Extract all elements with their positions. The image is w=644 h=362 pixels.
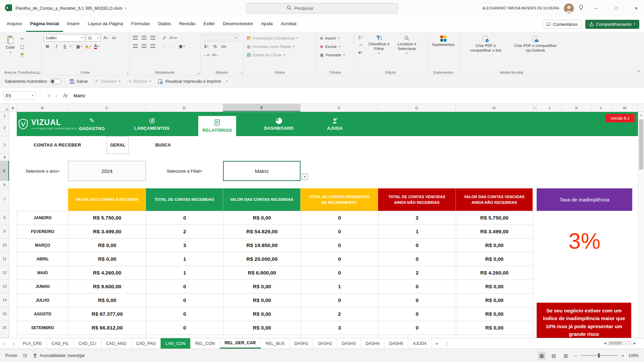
value-cell[interactable]: 3: [146, 239, 223, 252]
align-center-button[interactable]: [140, 43, 148, 50]
sheet-nav-right-button[interactable]: ›: [9, 338, 18, 349]
value-cell[interactable]: 3: [301, 321, 378, 335]
value-cell[interactable]: R$ 0,00: [68, 294, 146, 307]
sheet-tab-pla-cre[interactable]: PLA_CRE: [18, 338, 47, 349]
delinquency-rate-value[interactable]: 3%: [537, 221, 632, 261]
value-cell[interactable]: R$ 0,00: [456, 294, 533, 307]
value-cell[interactable]: -: [378, 335, 456, 338]
row-header-14[interactable]: 14: [0, 293, 9, 307]
row-header-9[interactable]: 9: [0, 225, 9, 238]
decrease-decimal-button[interactable]: .00→: [211, 51, 219, 58]
zoom-slider[interactable]: [581, 355, 618, 356]
nav-relatorios[interactable]: RELATÓRIOS: [198, 116, 236, 136]
dialog-launcher-icon[interactable]: ◢: [126, 72, 128, 74]
scroll-left-icon[interactable]: ◀: [604, 342, 606, 345]
tab-formulas[interactable]: Fórmulas: [127, 16, 154, 32]
insert-cells-button[interactable]: ⊕Inserir▾: [319, 34, 341, 42]
scroll-up-icon[interactable]: ▲: [638, 112, 644, 118]
month-cell[interactable]: [17, 335, 68, 338]
value-cell[interactable]: 1: [301, 280, 378, 294]
row-header-5[interactable]: 5: [0, 161, 9, 181]
table-header[interactable]: TOTAL DE CONTAS PENDENTES DE RECEBIMENTO: [301, 188, 378, 211]
value-cell[interactable]: R$ 5.750,00: [456, 211, 533, 225]
align-left-button[interactable]: [131, 43, 139, 50]
month-cell[interactable]: MAIO: [17, 266, 68, 280]
value-cell[interactable]: 0: [146, 280, 223, 294]
value-cell[interactable]: 0: [378, 307, 456, 321]
thousands-button[interactable]: 000: [220, 43, 227, 50]
column-header-l[interactable]: L: [591, 104, 612, 112]
zoom-slider-thumb[interactable]: [598, 353, 600, 358]
undo-button[interactable]: ↶Desfazer▾: [93, 78, 122, 85]
sheet-tabs-more-button[interactable]: ⋮: [442, 338, 452, 349]
value-cell[interactable]: R$ 4.260,00: [456, 266, 533, 280]
horizontal-scrollbar[interactable]: ◀ ▶: [604, 341, 636, 345]
value-cell[interactable]: 0: [146, 211, 223, 225]
value-cell[interactable]: R$ 0,00: [456, 239, 533, 252]
column-header-d[interactable]: D: [146, 104, 223, 112]
sheet-tab-cad-pag[interactable]: CAD_PAG: [131, 338, 161, 349]
font-size-select[interactable]: 11▾: [86, 34, 101, 42]
enter-icon[interactable]: ✓: [53, 91, 61, 100]
user-name[interactable]: ALEXSANDRO TABOSA MENDES DE OLIVEIRA: [482, 6, 559, 10]
sheet-tab-ajuda[interactable]: AJUDA: [408, 338, 432, 349]
month-cell[interactable]: JULHO: [17, 294, 68, 307]
year-select-value[interactable]: 2024: [68, 161, 146, 181]
value-cell[interactable]: 0: [146, 307, 223, 321]
horizontal-scroll-track[interactable]: [607, 341, 632, 345]
value-cell[interactable]: R$ 4.260,00: [68, 266, 146, 280]
align-right-button[interactable]: [149, 43, 156, 50]
column-header-e[interactable]: E: [223, 104, 301, 112]
subtab-busca[interactable]: BUSCA: [147, 136, 179, 154]
maximize-button[interactable]: □: [608, 0, 624, 16]
underline-button[interactable]: S: [61, 43, 68, 50]
percent-button[interactable]: %: [211, 43, 219, 50]
tab-desenvolvedor[interactable]: Desenvolvedor: [219, 16, 257, 32]
month-cell[interactable]: FEVEREIRO: [17, 225, 68, 239]
value-cell[interactable]: 1: [146, 266, 223, 280]
tab-arquivo[interactable]: Arquivo: [3, 16, 26, 32]
row-header-2[interactable]: 2: [0, 119, 9, 136]
sheet-tab-lan-con[interactable]: LAN_CON: [161, 338, 190, 349]
column-header-a[interactable]: A: [9, 104, 17, 112]
align-bottom-button[interactable]: [149, 34, 156, 41]
value-cell[interactable]: -: [456, 335, 533, 338]
decrease-font-button[interactable]: A▾: [111, 35, 118, 42]
subtab-geral[interactable]: GERAL: [107, 136, 129, 154]
table-header[interactable]: TOTAL DE CONTAS RECEBIDAS: [146, 188, 223, 211]
tab-exibir[interactable]: Exibir: [200, 16, 219, 32]
redo-button[interactable]: ↷Refazer▾: [125, 78, 153, 85]
value-cell[interactable]: R$ 0,00: [68, 239, 146, 252]
column-header-i[interactable]: I: [533, 104, 537, 112]
insert-function-icon[interactable]: fx: [61, 91, 69, 100]
macro-record-icon[interactable]: [23, 354, 27, 357]
create-pdf-link-button[interactable]: Criar PDF e compartilhar o link: [464, 34, 507, 54]
column-header-m[interactable]: M: [612, 104, 638, 112]
add-sheet-button[interactable]: +: [432, 338, 442, 349]
format-as-table-button[interactable]: ▦Formatar como Tabela▾: [246, 43, 296, 50]
value-cell[interactable]: R$ 0,00: [223, 321, 301, 335]
wrap-text-button[interactable]: ab↩: [169, 34, 177, 41]
month-cell[interactable]: SETEMBRO: [17, 321, 68, 335]
accessibility-status[interactable]: Acessibilidade: investigar: [33, 353, 85, 358]
bold-button[interactable]: N: [44, 43, 51, 50]
row-header-7[interactable]: 7: [0, 188, 9, 211]
comments-button[interactable]: Comentários: [542, 20, 582, 29]
nav-lancamentos[interactable]: LANÇAMENTOS: [127, 112, 177, 136]
value-cell[interactable]: -: [146, 335, 223, 338]
row-header-15[interactable]: 15: [0, 307, 9, 321]
nav-ajuda[interactable]: ? AJUDA: [311, 112, 359, 136]
format-cells-button[interactable]: ▦Formatar▾: [319, 51, 346, 59]
lightbulb-icon[interactable]: [579, 4, 584, 12]
scroll-right-icon[interactable]: ▶: [634, 342, 636, 345]
column-header-f[interactable]: F: [301, 104, 378, 112]
font-color-button[interactable]: A▾: [93, 43, 100, 50]
horizontal-scroll-thumb[interactable]: [609, 342, 622, 345]
search-input[interactable]: [294, 6, 375, 11]
month-cell[interactable]: MARÇO: [17, 239, 68, 252]
value-cell[interactable]: R$ 3.499,00: [68, 225, 146, 239]
zoom-level[interactable]: 100%: [628, 353, 639, 358]
value-cell[interactable]: 0: [378, 280, 456, 294]
close-button[interactable]: ✕: [629, 0, 644, 16]
tab-revisao[interactable]: Revisão: [175, 16, 200, 32]
